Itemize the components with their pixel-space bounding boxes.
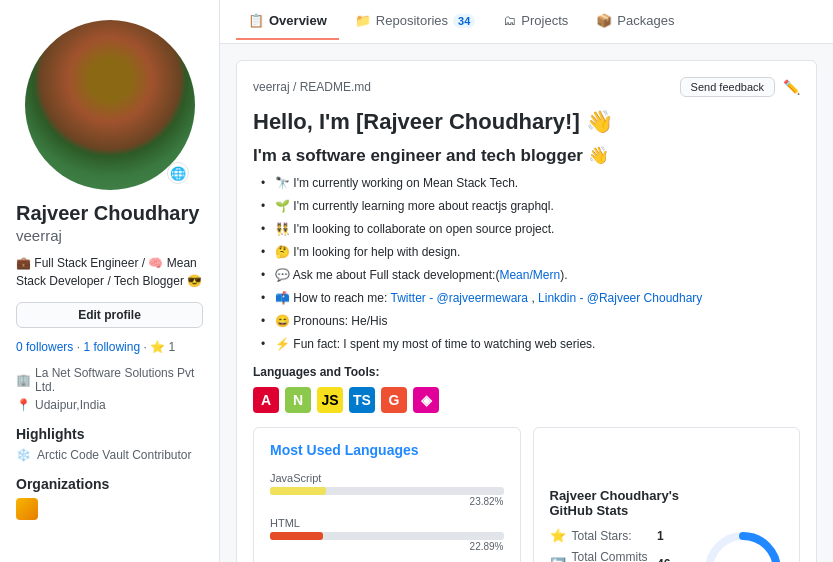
js-icon: JS [317,387,343,413]
readme-heading: Hello, I'm [Rajveer Choudhary!] 👋 [253,109,800,135]
bottom-row: Most Used Languages JavaScript 23.82% HT… [253,427,800,562]
edit-icon[interactable]: ✏️ [783,79,800,95]
languages-title: Most Used Languages [270,442,504,458]
stats-card: Rajveer Choudhary's GitHub Stats ⭐ Total… [533,427,801,562]
stars-label: Total Stars: [572,529,652,543]
followers-link[interactable]: 0 followers [16,340,73,354]
list-item: 🌱 I'm currently learning more about reac… [257,197,800,215]
sidebar: 🌐 Rajveer Choudhary veerraj 💼 Full Stack… [0,0,220,562]
readme-card: veerraj / README.md Send feedback ✏️ Hel… [236,60,817,562]
lang-html: HTML 22.89% [270,517,504,552]
commits-label: Total Commits (2020): [572,550,652,562]
lang-bar-bg [270,532,504,540]
readme-subheading: I'm a software engineer and tech blogger… [253,145,800,166]
lang-bar-fill [270,487,326,495]
overview-label: Overview [269,13,327,28]
tab-projects[interactable]: 🗂 Projects [491,3,580,40]
tab-overview[interactable]: 📋 Overview [236,3,339,40]
projects-label: Projects [521,13,568,28]
readme-path: veerraj / README.md [253,80,371,94]
location-icon: 📍 [16,398,31,412]
list-item: 🤔 I'm looking for help with design. [257,243,800,261]
lang-name: HTML [270,517,504,529]
list-item: 💬 Ask me about Full stack development:(M… [257,266,800,284]
user-handle: veerraj [16,227,203,244]
repos-label: Repositories [376,13,448,28]
ts-icon: TS [349,387,375,413]
tab-packages[interactable]: 📦 Packages [584,3,686,40]
main-area: 📋 Overview 📁 Repositories 34 🗂 Projects … [220,0,833,562]
readme-list: 🔭 I'm currently working on Mean Stack Te… [257,174,800,353]
git-icon: G [381,387,407,413]
stats-total-commits: 🔄 Total Commits (2020): 46 [550,550,688,562]
edit-profile-button[interactable]: Edit profile [16,302,203,328]
graphql-icon: ◈ [413,387,439,413]
packages-icon: 📦 [596,13,612,28]
lang-bar-fill [270,532,323,540]
grade-text: A+ [730,558,756,562]
lang-javascript: JavaScript 23.82% [270,472,504,507]
top-nav: 📋 Overview 📁 Repositories 34 🗂 Projects … [220,0,833,44]
avatar-badge: 🌐 [167,162,189,184]
tab-repositories[interactable]: 📁 Repositories 34 [343,3,488,40]
readme-actions: Send feedback ✏️ [680,77,800,97]
list-item: 👯 I'm looking to collaborate on open sou… [257,220,800,238]
avatar-wrap: 🌐 [25,20,195,190]
org-name: La Net Software Solutions Pvt Ltd. [35,366,203,394]
following-link[interactable]: 1 following [83,340,140,354]
lang-name: JavaScript [270,472,504,484]
org-icon: 🏢 [16,373,31,387]
repos-badge: 34 [453,14,475,28]
highlight-label: Arctic Code Vault Contributor [37,448,192,462]
overview-icon: 📋 [248,13,264,28]
stats-total-stars: ⭐ Total Stars: 1 [550,528,688,543]
tools-section: Languages and Tools: A N JS TS G ◈ [253,365,800,413]
stats-content: Rajveer Choudhary's GitHub Stats ⭐ Total… [550,488,688,562]
list-item: 😄 Pronouns: He/His [257,312,800,330]
follow-line: 0 followers · 1 following · ⭐ 1 [16,340,203,354]
send-feedback-button[interactable]: Send feedback [680,77,775,97]
stats-title: Rajveer Choudhary's GitHub Stats [550,488,688,518]
organizations-title: Organizations [16,476,203,492]
repos-icon: 📁 [355,13,371,28]
tools-icons: A N JS TS G ◈ [253,387,800,413]
projects-icon: 🗂 [503,13,516,28]
location-line: 📍 Udaipur,India [16,398,203,412]
highlight-item: ❄️ Arctic Code Vault Contributor [16,448,203,462]
readme-header: veerraj / README.md Send feedback ✏️ [253,77,800,97]
snowflake-icon: ❄️ [16,448,31,462]
stars-value: 1 [657,529,687,543]
highlights-title: Highlights [16,426,203,442]
packages-label: Packages [617,13,674,28]
list-item: ⚡ Fun fact: I spent my most of time to w… [257,335,800,353]
content-area: veerraj / README.md Send feedback ✏️ Hel… [220,44,833,562]
lang-pct: 22.89% [270,541,504,552]
languages-card: Most Used Languages JavaScript 23.82% HT… [253,427,521,562]
location: Udaipur,India [35,398,106,412]
angular-icon: A [253,387,279,413]
star-icon: ⭐ [550,528,566,543]
commits-value: 46 [657,557,687,562]
org-logo [16,498,38,520]
list-item: 🔭 I'm currently working on Mean Stack Te… [257,174,800,192]
lang-bar-bg [270,487,504,495]
lang-pct: 23.82% [270,496,504,507]
node-icon: N [285,387,311,413]
stars-count: 1 [168,340,175,354]
grade-circle: A+ [703,530,783,563]
commits-icon: 🔄 [550,557,566,563]
org-line: 🏢 La Net Software Solutions Pvt Ltd. [16,366,203,394]
username: Rajveer Choudhary [16,202,203,225]
list-item: 📫 How to reach me: Twitter - @rajveermew… [257,289,800,307]
user-bio: 💼 Full Stack Engineer / 🧠 Mean Stack Dev… [16,254,203,290]
tools-title: Languages and Tools: [253,365,800,379]
